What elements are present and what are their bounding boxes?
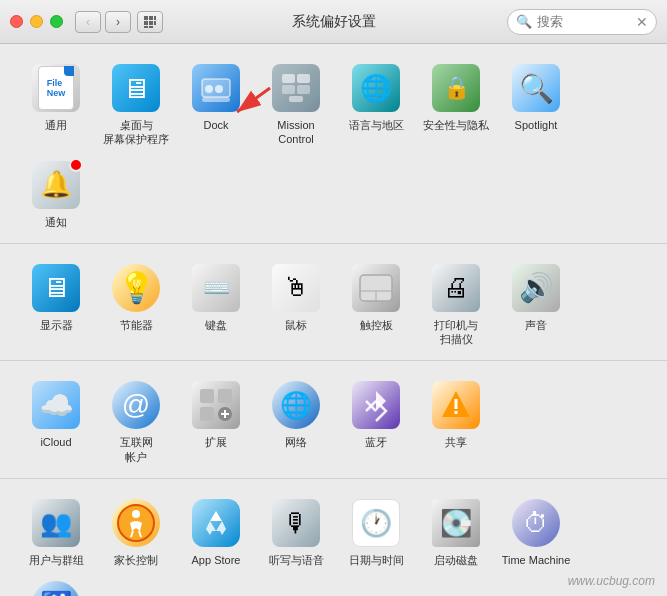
desktop-icon: 🖥	[110, 62, 162, 114]
svg-rect-24	[200, 407, 214, 421]
icon-item-mouse[interactable]: 🖱 鼠标	[256, 256, 336, 338]
datetime-label: 日期与时间	[349, 553, 404, 567]
icon-item-bluetooth[interactable]: 蓝牙	[336, 373, 416, 455]
icon-item-desktop[interactable]: 🖥 桌面与屏幕保护程序	[96, 56, 176, 153]
svg-point-35	[132, 510, 140, 518]
window-title: 系统偏好设置	[292, 13, 376, 31]
icon-item-users[interactable]: 👥 用户与群组	[16, 491, 96, 573]
icon-item-icloud[interactable]: ☁️ iCloud	[16, 373, 96, 455]
keyboard-label: 键盘	[205, 318, 227, 332]
extend-label: 扩展	[205, 435, 227, 449]
traffic-lights	[10, 15, 63, 28]
print-label: 打印机与扫描仪	[434, 318, 478, 347]
icon-item-datetime[interactable]: 🕐 日期与时间	[336, 491, 416, 573]
icon-item-share[interactable]: 共享	[416, 373, 496, 455]
grid-view-button[interactable]	[137, 11, 163, 33]
parental-icon	[110, 497, 162, 549]
section-personal: FileNew 通用 🖥 桌面与屏幕保护程序	[0, 44, 667, 244]
datetime-icon: 🕐	[350, 497, 402, 549]
notify-icon: 🔔	[30, 159, 82, 211]
sound-icon: 🔊	[510, 262, 562, 314]
watermark: www.ucbug.com	[568, 574, 655, 588]
mission-label: MissionControl	[277, 118, 314, 147]
icon-item-dictation[interactable]: 🎙 听写与语音	[256, 491, 336, 573]
icon-item-spotlight[interactable]: 🔍 Spotlight	[496, 56, 576, 138]
internet-icon: @	[110, 379, 162, 431]
energy-label: 节能器	[120, 318, 153, 332]
svg-rect-7	[149, 26, 153, 28]
icon-item-display[interactable]: 🖥 显示器	[16, 256, 96, 338]
icon-item-energy[interactable]: 💡 节能器	[96, 256, 176, 338]
icon-item-trackpad[interactable]: 触控板	[336, 256, 416, 338]
search-box[interactable]: 🔍 ✕	[507, 9, 657, 35]
icon-item-parental[interactable]: 家长控制	[96, 491, 176, 573]
bluetooth-icon	[350, 379, 402, 431]
icon-item-keyboard[interactable]: ⌨️ 键盘	[176, 256, 256, 338]
icon-item-security[interactable]: 🔒 安全性与隐私	[416, 56, 496, 138]
icloud-icon: ☁️	[30, 379, 82, 431]
parental-label: 家长控制	[114, 553, 158, 567]
dictation-label: 听写与语音	[269, 553, 324, 567]
internet-label: 互联网帐户	[120, 435, 153, 464]
language-label: 语言与地区	[349, 118, 404, 132]
svg-rect-18	[289, 96, 303, 102]
icon-item-print[interactable]: 🖨 打印机与扫描仪	[416, 256, 496, 353]
icon-item-accessibility[interactable]: ♿ 辅助功能	[16, 573, 96, 596]
icon-item-appstore[interactable]: App Store	[176, 491, 256, 573]
disk-label: 启动磁盘	[434, 553, 478, 567]
icon-item-mission[interactable]: MissionControl	[256, 56, 336, 153]
svg-rect-23	[218, 389, 232, 403]
desktop-label: 桌面与屏幕保护程序	[103, 118, 169, 147]
icon-item-notify[interactable]: 🔔 通知	[16, 153, 96, 235]
svg-rect-1	[149, 16, 153, 20]
forward-button[interactable]: ›	[105, 11, 131, 33]
search-icon: 🔍	[516, 14, 532, 29]
trackpad-label: 触控板	[360, 318, 393, 332]
search-input[interactable]	[537, 14, 627, 29]
icon-item-disk[interactable]: 💽 启动磁盘	[416, 491, 496, 573]
personal-icons-row: FileNew 通用 🖥 桌面与屏幕保护程序	[16, 56, 651, 235]
extend-icon	[190, 379, 242, 431]
svg-rect-5	[154, 21, 156, 25]
general-icon: FileNew	[30, 62, 82, 114]
icon-item-network[interactable]: 🌐 网络	[256, 373, 336, 455]
share-label: 共享	[445, 435, 467, 449]
notify-label: 通知	[45, 215, 67, 229]
icon-item-timemachine[interactable]: ⏱ Time Machine	[496, 491, 576, 573]
icon-item-general[interactable]: FileNew 通用	[16, 56, 96, 138]
file-icon: FileNew	[38, 66, 74, 110]
svg-rect-32	[455, 411, 458, 414]
dictation-icon: 🎙	[270, 497, 322, 549]
language-icon: 🌐	[350, 62, 402, 114]
disk-icon: 💽	[430, 497, 482, 549]
display-label: 显示器	[40, 318, 73, 332]
nav-buttons: ‹ ›	[75, 11, 131, 33]
icon-item-extend[interactable]: 扩展	[176, 373, 256, 455]
energy-icon: 💡	[110, 262, 162, 314]
svg-rect-2	[154, 16, 156, 20]
dock-icon	[190, 62, 242, 114]
svg-rect-22	[200, 389, 214, 403]
maximize-button[interactable]	[50, 15, 63, 28]
icon-item-internet[interactable]: @ 互联网帐户	[96, 373, 176, 470]
close-button[interactable]	[10, 15, 23, 28]
general-label: 通用	[45, 118, 67, 132]
mouse-icon: 🖱	[270, 262, 322, 314]
timemachine-label: Time Machine	[502, 553, 571, 567]
back-button[interactable]: ‹	[75, 11, 101, 33]
search-clear-icon[interactable]: ✕	[636, 14, 648, 30]
notify-badge	[69, 158, 83, 172]
icon-item-sound[interactable]: 🔊 声音	[496, 256, 576, 338]
icloud-label: iCloud	[40, 435, 71, 449]
print-icon: 🖨	[430, 262, 482, 314]
dock-label: Dock	[203, 118, 228, 132]
minimize-button[interactable]	[30, 15, 43, 28]
icon-item-dock[interactable]: Dock	[176, 56, 256, 138]
svg-rect-31	[455, 399, 458, 409]
svg-rect-3	[144, 21, 148, 25]
system-icons-row: 👥 用户与群组	[16, 491, 651, 596]
svg-rect-0	[144, 16, 148, 20]
icon-item-language[interactable]: 🌐 语言与地区	[336, 56, 416, 138]
sound-label: 声音	[525, 318, 547, 332]
users-icon: 👥	[30, 497, 82, 549]
